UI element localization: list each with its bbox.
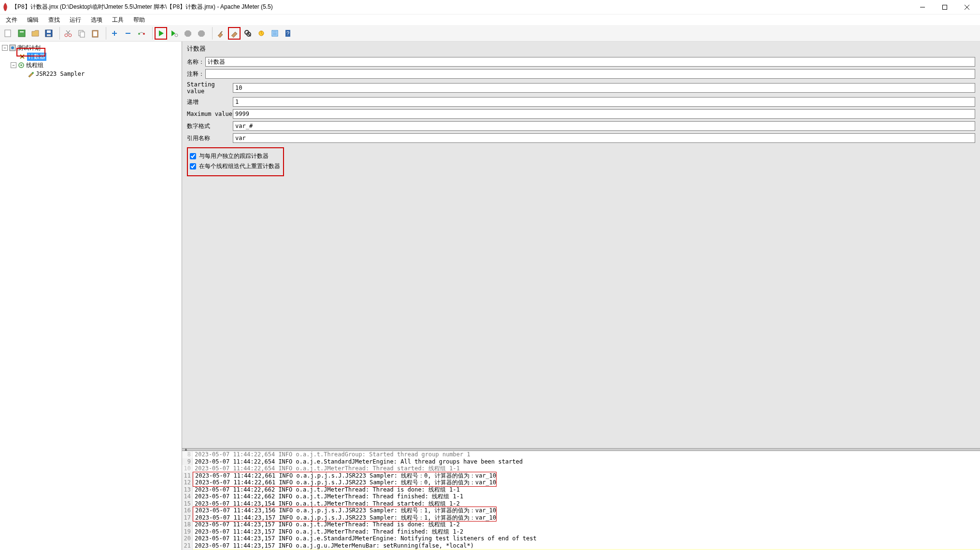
name-row: 名称：: [187, 57, 975, 67]
menu-search[interactable]: 查找: [44, 15, 64, 25]
collapse-icon[interactable]: −: [2, 45, 8, 51]
fmt-row: 数字格式: [187, 121, 975, 131]
toggle-icon[interactable]: [135, 27, 148, 40]
per-user-checkbox[interactable]: [190, 153, 196, 159]
max-input[interactable]: [233, 109, 975, 119]
log-text: 2023-05-07 11:44:23,154 INFO o.a.j.t.JMe…: [193, 500, 460, 507]
function-helper-icon[interactable]: [269, 27, 281, 40]
log-line: 152023-05-07 11:44:23,154 INFO o.a.j.t.J…: [182, 500, 980, 508]
stop-icon[interactable]: [182, 27, 194, 40]
menu-help[interactable]: 帮助: [129, 15, 149, 25]
comment-input[interactable]: [205, 69, 975, 79]
svg-point-10: [65, 34, 68, 37]
svg-point-40: [32, 72, 34, 74]
menu-file[interactable]: 文件: [2, 15, 21, 25]
svg-point-11: [69, 34, 71, 37]
checkbox-highlight: 与每用户独立的跟踪计数器 在每个线程组迭代上重置计数器: [187, 147, 284, 176]
log-text: 2023-05-07 11:44:22,654 INFO o.a.j.t.Thr…: [193, 451, 470, 458]
svg-rect-9: [47, 34, 51, 36]
new-test-icon[interactable]: [2, 27, 14, 40]
reset-iter-checkbox[interactable]: [190, 163, 196, 169]
log-line: 102023-05-07 11:44:22,654 INFO o.a.j.t.J…: [182, 465, 980, 472]
templates-icon[interactable]: [15, 27, 28, 40]
svg-rect-5: [18, 30, 25, 37]
log-line: 82023-05-07 11:44:22,654 INFO o.a.j.t.Th…: [182, 451, 980, 458]
svg-rect-6: [20, 31, 24, 32]
log-gutter: 21: [182, 542, 193, 550]
log-line: 122023-05-07 11:44:22,661 INFO o.a.j.p.j…: [182, 479, 980, 486]
clear-icon[interactable]: [214, 27, 227, 40]
open-icon[interactable]: [29, 27, 42, 40]
shutdown-icon[interactable]: [195, 27, 208, 40]
incr-row: 递增: [187, 97, 975, 107]
svg-rect-15: [80, 32, 85, 37]
form-title: 计数器: [187, 44, 975, 53]
svg-point-39: [20, 64, 22, 66]
help-icon[interactable]: ?: [282, 27, 295, 40]
collapse-icon[interactable]: [122, 27, 134, 40]
menu-edit[interactable]: 编辑: [23, 15, 43, 25]
log-text: 2023-05-07 11:44:22,654 INFO o.a.j.t.JMe…: [193, 465, 460, 472]
chk2-label: 在每个线程组迭代上重置计数器: [199, 162, 280, 170]
start-icon[interactable]: [155, 27, 167, 40]
tree-threadgroup[interactable]: − 线程组: [1, 61, 181, 70]
config-form: 计数器 名称： 注释： Starting value 递增 Maximum va…: [182, 42, 980, 448]
menu-tools[interactable]: 工具: [108, 15, 128, 25]
ref-input[interactable]: [233, 133, 975, 143]
name-input[interactable]: [205, 57, 975, 67]
comment-label: 注释：: [187, 70, 205, 78]
menu-run[interactable]: 运行: [66, 15, 85, 25]
paste-icon[interactable]: [89, 27, 101, 40]
incr-input[interactable]: [233, 97, 975, 107]
log-panel[interactable]: 82023-05-07 11:44:22,654 INFO o.a.j.t.Th…: [182, 451, 980, 550]
log-gutter: 9: [182, 458, 193, 465]
start-input[interactable]: [233, 83, 975, 93]
menu-options[interactable]: 选项: [87, 15, 106, 25]
clear-all-icon[interactable]: [228, 27, 241, 40]
close-button[interactable]: [956, 0, 978, 14]
log-line: 172023-05-07 11:44:23,157 INFO o.a.j.p.j…: [182, 514, 980, 522]
expand-icon[interactable]: [108, 27, 121, 40]
log-text: 2023-05-07 11:44:22,654 INFO o.a.j.e.Sta…: [193, 458, 523, 465]
app-icon: [2, 3, 9, 12]
log-gutter: 10: [182, 465, 193, 472]
svg-point-22: [143, 33, 145, 35]
fmt-input[interactable]: [233, 121, 975, 131]
log-text: 2023-05-07 11:44:23,157 INFO o.a.j.t.JMe…: [193, 528, 463, 535]
log-line: 182023-05-07 11:44:23,157 INFO o.a.j.t.J…: [182, 521, 980, 528]
tree-sampler-label: JSR223 Sampler: [36, 71, 85, 77]
reset-search-icon[interactable]: [255, 27, 268, 40]
svg-point-23: [175, 34, 178, 37]
fmt-label: 数字格式: [187, 122, 233, 130]
start-no-pause-icon[interactable]: [168, 27, 181, 40]
tree-pane: − 测试计划 计数器 − 线程组 JSR223 Sampler: [0, 42, 182, 550]
threadgroup-icon: [17, 61, 25, 69]
svg-rect-17: [93, 31, 97, 36]
svg-rect-4: [5, 30, 11, 37]
minimize-button[interactable]: [911, 0, 934, 14]
log-gutter: 20: [182, 535, 193, 542]
log-text: 2023-05-07 11:44:23,157 INFO o.a.j.g.u.J…: [193, 542, 474, 549]
name-label: 名称：: [187, 58, 205, 66]
ref-row: 引用名称: [187, 133, 975, 143]
svg-point-21: [138, 33, 140, 35]
save-icon[interactable]: [43, 27, 55, 40]
search-icon[interactable]: [241, 27, 254, 40]
collapse-icon[interactable]: −: [11, 62, 16, 68]
svg-text:?: ?: [286, 30, 289, 36]
start-row: Starting value: [187, 81, 975, 95]
log-line: 142023-05-07 11:44:22,662 INFO o.a.j.t.J…: [182, 493, 980, 500]
testplan-icon: [9, 44, 16, 52]
copy-icon[interactable]: [75, 27, 88, 40]
log-gutter: 15: [182, 500, 193, 508]
maximize-button[interactable]: [934, 0, 956, 14]
svg-point-36: [11, 46, 14, 49]
svg-rect-8: [47, 30, 51, 33]
window-title: 【P8】计数器.jmx (D:\Desktop\临时\Jmeter 5.5\Jm…: [12, 3, 911, 11]
tree-sampler[interactable]: JSR223 Sampler: [1, 70, 181, 78]
main-layout: − 测试计划 计数器 − 线程组 JSR223 Sampler 计数器 名称：: [0, 42, 980, 550]
log-gutter: 18: [182, 521, 193, 528]
cut-icon[interactable]: [62, 27, 74, 40]
log-text: 2023-05-07 11:44:22,661 INFO o.a.j.p.j.s…: [193, 479, 496, 486]
log-line: 192023-05-07 11:44:23,157 INFO o.a.j.t.J…: [182, 528, 980, 536]
